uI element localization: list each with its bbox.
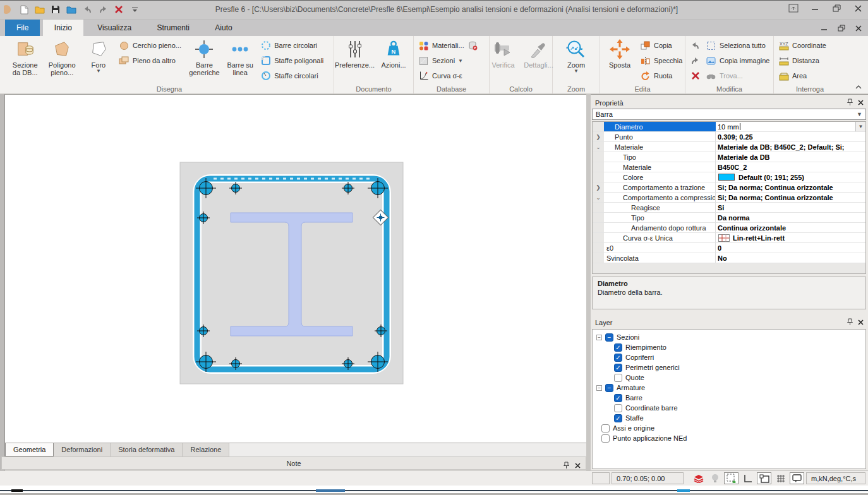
property-row[interactable]: ⌄Comportamento a compressioneSi; Da norm… xyxy=(593,193,865,203)
sposta-button[interactable]: Sposta xyxy=(602,37,637,84)
copia-button[interactable]: Copia xyxy=(637,38,685,53)
close-button[interactable] xyxy=(853,3,863,13)
new-document-button[interactable] xyxy=(18,4,30,15)
import-folder-button[interactable] xyxy=(66,4,77,15)
panel-splitter[interactable] xyxy=(586,94,591,470)
tab-inizio[interactable]: Inizio xyxy=(43,20,83,36)
property-row[interactable]: TipoMateriale da DB xyxy=(593,152,865,162)
layer-checkbox[interactable] xyxy=(601,424,610,432)
layer-tree-item[interactable]: ✓Staffe xyxy=(594,413,864,423)
delete-button[interactable] xyxy=(113,4,124,15)
status-select-add-icon[interactable] xyxy=(724,472,738,484)
undo-button[interactable] xyxy=(81,4,93,15)
tab-aiuto[interactable]: Aiuto xyxy=(203,20,243,36)
trova-button[interactable]: Trova... xyxy=(703,68,771,83)
layer-tree-item[interactable]: ✓Barre xyxy=(594,393,864,403)
pieno-da-altro-button[interactable]: Pieno da altro xyxy=(116,53,186,68)
row-expander-icon[interactable]: ⌄ xyxy=(593,142,604,152)
restore-button[interactable] xyxy=(831,3,841,13)
layer-tree-item[interactable]: ✓Riempimento xyxy=(594,342,864,352)
tab-storia-deformativa[interactable]: Storia deformativa xyxy=(111,443,183,456)
layer-tree-item[interactable]: −−Sezioni xyxy=(594,332,864,342)
value-dropdown-button[interactable]: ▼ xyxy=(855,122,865,131)
layer-tree-item[interactable]: Assi e origine xyxy=(594,423,864,433)
layer-checkbox[interactable] xyxy=(614,374,622,382)
note-close-icon[interactable] xyxy=(575,460,581,471)
tab-visualizza[interactable]: Visualizza xyxy=(86,20,143,36)
layer-checkbox[interactable]: ✓ xyxy=(614,394,622,402)
property-row[interactable]: ❯Punto0.309; 0.25 xyxy=(593,132,865,142)
materiali-button[interactable]: Materiali... xyxy=(416,38,487,53)
delete-small-button[interactable] xyxy=(687,68,703,83)
property-value-editor[interactable]: 10 mm xyxy=(716,122,855,131)
layer-tree-item[interactable]: Coordinate barre xyxy=(594,403,864,413)
status-tooltip-icon[interactable] xyxy=(790,472,804,484)
status-ortho-icon[interactable] xyxy=(757,472,771,484)
mdi-minimize-button[interactable] xyxy=(821,23,828,34)
row-expander-icon[interactable]: ❯ xyxy=(593,182,604,192)
tab-strumenti[interactable]: Strumenti xyxy=(146,20,201,36)
properties-pin-icon[interactable] xyxy=(847,98,853,107)
zoom-button[interactable]: ↖↗↙↘ Zoom ▼ xyxy=(558,37,594,84)
layer-checkbox[interactable]: ✓ xyxy=(614,364,622,372)
status-lightbulb-icon[interactable] xyxy=(708,472,722,484)
tree-expander-icon[interactable]: − xyxy=(596,385,602,391)
redo-small-button[interactable] xyxy=(687,53,703,68)
property-row[interactable]: Curva σ-ε UnicaLin-rett+Lin-rett xyxy=(593,233,865,243)
coordinate-button[interactable]: XYZ Coordinate xyxy=(776,38,844,53)
property-object-selector[interactable]: Barra ▼ xyxy=(592,109,866,120)
barre-su-linea-button[interactable]: Barre su linea xyxy=(222,37,258,84)
property-row[interactable]: ReagisceSi xyxy=(593,203,865,213)
tree-expander-icon[interactable]: − xyxy=(596,335,602,340)
layer-checkbox[interactable]: ✓ xyxy=(614,354,622,362)
specchia-button[interactable]: Specchia xyxy=(637,53,685,68)
ruota-button[interactable]: Ruota xyxy=(637,68,685,83)
mdi-close-button[interactable] xyxy=(855,23,862,34)
open-folder-button[interactable] xyxy=(34,4,45,15)
properties-close-icon[interactable] xyxy=(858,99,864,107)
curva-sigma-eps-button[interactable]: Curva σ-ε xyxy=(416,68,487,83)
drawing-canvas[interactable] xyxy=(5,94,586,443)
tab-file[interactable]: File xyxy=(5,20,40,36)
layer-tree-item[interactable]: ✓Perimetri generici xyxy=(594,362,864,373)
verifica-button[interactable]: Verifica xyxy=(486,37,521,84)
layer-checkbox[interactable]: − xyxy=(605,333,613,342)
property-row[interactable]: Diametro10 mm▼ xyxy=(593,122,865,132)
barre-circolari-button[interactable]: Barre circolari xyxy=(258,38,332,53)
row-expander-icon[interactable]: ⌄ xyxy=(593,193,604,202)
property-row[interactable]: ε00 xyxy=(593,243,865,253)
property-row[interactable]: SvincolataNo xyxy=(593,253,865,263)
property-row[interactable]: TipoDa norma xyxy=(593,213,865,223)
mdi-restore-button[interactable] xyxy=(838,23,845,34)
layer-checkbox[interactable]: − xyxy=(605,384,613,392)
tab-geometria[interactable]: Geometria xyxy=(5,443,54,456)
barre-generiche-button[interactable]: Barre generiche xyxy=(186,37,222,84)
poligono-pieno-button[interactable]: Poligono pieno... xyxy=(43,37,80,84)
layer-tree-item[interactable]: Quote xyxy=(594,373,864,383)
status-layers-icon[interactable] xyxy=(691,472,706,484)
undo-small-button[interactable] xyxy=(687,38,703,53)
distanza-button[interactable]: Distanza xyxy=(776,53,844,68)
preferenze-button[interactable]: Preferenze... xyxy=(336,37,373,84)
cerchio-pieno-button[interactable]: Cerchio pieno... xyxy=(116,38,186,53)
ribbon-expand-icon[interactable] xyxy=(788,3,799,13)
seleziona-tutto-button[interactable]: Seleziona tutto xyxy=(703,38,771,53)
sezione-da-db-button[interactable]: Sezione da DB... xyxy=(7,37,43,84)
property-row[interactable]: MaterialeB450C_2 xyxy=(593,162,865,172)
property-row[interactable]: ❯Comportamento a trazioneSi; Da norma; C… xyxy=(593,182,865,193)
dettagli-button[interactable]: Dettagli... xyxy=(521,37,557,84)
tab-relazione[interactable]: Relazione xyxy=(183,443,229,456)
layer-checkbox[interactable] xyxy=(614,404,622,412)
staffe-circolari-button[interactable]: Staffe circolari xyxy=(258,68,332,83)
layer-tree-item[interactable]: Punto applicazione NEd xyxy=(594,433,864,443)
redo-button[interactable] xyxy=(97,4,109,15)
layer-pin-icon[interactable] xyxy=(847,318,853,326)
status-grid-icon[interactable] xyxy=(773,472,788,484)
layer-checkbox[interactable] xyxy=(601,434,610,443)
sezioni-button[interactable]: Sezioni ▼ xyxy=(416,53,487,68)
azioni-button[interactable]: N Azioni... xyxy=(376,37,411,84)
note-pin-icon[interactable] xyxy=(564,460,569,471)
property-row[interactable]: ColoreDefault (0; 191; 255) xyxy=(593,172,865,182)
staffe-poligonali-button[interactable]: Staffe poligonali xyxy=(258,53,332,68)
layer-checkbox[interactable]: ✓ xyxy=(614,343,622,352)
